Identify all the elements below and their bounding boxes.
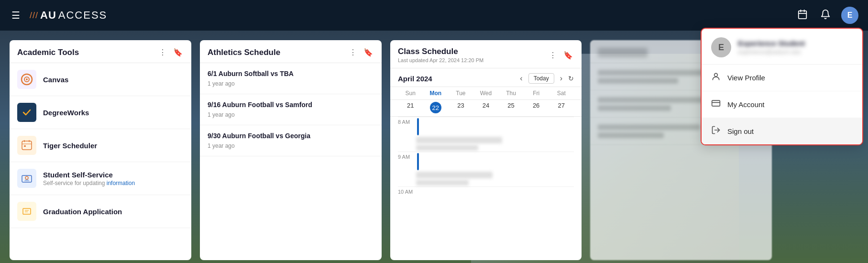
sign-out-item[interactable]: Sign out — [702, 118, 862, 144]
user-dropdown-menu: E Experience Student experience@auburn.e… — [701, 28, 863, 145]
class-schedule-card: Class Schedule Last updated Apr 22, 2024… — [390, 40, 582, 260]
calendar-icon-button[interactable] — [795, 7, 810, 24]
self-service-icon — [17, 169, 36, 188]
tool-item-degreeworks[interactable]: DegreeWorks — [10, 96, 191, 129]
athletics-time-1: 1 year ago — [208, 80, 374, 87]
event-bar-8am — [417, 118, 419, 135]
svg-rect-0 — [799, 11, 807, 18]
athletics-more-button[interactable]: ⋮ — [348, 47, 358, 58]
blur-line-3b — [598, 132, 664, 138]
self-service-desc: Self-service for updating information — [43, 180, 184, 186]
time-events-8am — [417, 117, 574, 152]
dropdown-avatar: E — [711, 37, 731, 57]
degreeworks-name: DegreeWorks — [43, 109, 184, 117]
my-account-item[interactable]: My Account — [702, 91, 862, 118]
dropdown-user-name: Experience Student — [738, 39, 853, 47]
tool-item-tiger-scheduler[interactable]: Tiger Scheduler — [10, 129, 191, 162]
my-account-icon — [711, 99, 721, 110]
day-numbers-row: 21 22 23 24 25 26 27 — [390, 100, 582, 117]
day-header-sat: Sat — [549, 90, 574, 97]
graduation-icon — [17, 202, 36, 221]
day-25[interactable]: 25 — [498, 102, 524, 113]
academic-tools-bookmark-button[interactable]: 🔖 — [172, 47, 184, 58]
view-profile-label: View Profile — [727, 74, 765, 82]
event-bar-9am — [417, 153, 419, 170]
view-profile-item[interactable]: View Profile — [702, 65, 862, 91]
class-schedule-subtitle: Last updated Apr 22, 2024 12:20 PM — [398, 57, 483, 63]
calendar-refresh-button[interactable]: ↻ — [568, 75, 574, 82]
tiger-scheduler-info: Tiger Scheduler — [43, 142, 184, 150]
header-right: E — [795, 7, 858, 24]
header-left: ☰ /// AU ACCESS — [10, 8, 795, 23]
time-events-9am — [417, 152, 574, 186]
degreeworks-icon — [17, 103, 36, 122]
logo-au: AU — [40, 9, 56, 22]
blur-line-2b — [598, 105, 671, 111]
class-schedule-header-info: Class Schedule Last updated Apr 22, 2024… — [398, 47, 483, 63]
blur-line-2a — [598, 97, 708, 103]
sign-out-label: Sign out — [727, 127, 754, 135]
academic-tools-title: Academic Tools — [17, 48, 79, 57]
calendar-next-button[interactable]: › — [558, 73, 564, 84]
athletics-item-2[interactable]: 9/16 Auburn Football vs Samford 1 year a… — [200, 94, 382, 125]
user-avatar-button[interactable]: E — [841, 7, 858, 24]
today-button[interactable]: Today — [528, 73, 554, 84]
class-schedule-header-icons: ⋮ 🔖 — [548, 50, 574, 61]
athletics-item-3[interactable]: 9/30 Auburn Football vs Georgia 1 year a… — [200, 125, 382, 156]
blur-line-1a — [598, 70, 715, 76]
athletics-bookmark-button[interactable]: 🔖 — [363, 47, 374, 58]
athletics-game-1: 6/1 Auburn Softball vs TBA — [208, 70, 374, 77]
class-schedule-bookmark-button[interactable]: 🔖 — [562, 50, 574, 61]
calendar-nav: April 2024 ‹ Today › ↻ — [390, 68, 582, 87]
athletics-schedule-card: Athletics Schedule ⋮ 🔖 6/1 Auburn Softba… — [200, 40, 382, 260]
day-26[interactable]: 26 — [524, 102, 549, 113]
tiger-scheduler-icon — [17, 136, 36, 155]
calendar-prev-button[interactable]: ‹ — [518, 73, 524, 84]
time-slot-10am: 10 AM — [398, 186, 574, 208]
tiger-scheduler-name: Tiger Scheduler — [43, 142, 184, 150]
logo-slashes: /// — [30, 11, 38, 21]
athletics-game-3: 9/30 Auburn Football vs Georgia — [208, 132, 374, 140]
self-service-name: Student Self-Service — [43, 171, 184, 179]
day-21[interactable]: 21 — [398, 102, 423, 113]
month-label: April 2024 — [398, 75, 514, 83]
degreeworks-info: DegreeWorks — [43, 109, 184, 117]
class-schedule-title: Class Schedule — [398, 47, 483, 56]
class-schedule-more-button[interactable]: ⋮ — [548, 50, 558, 61]
blur-line-3a — [598, 124, 700, 130]
event-blur-8am-2 — [416, 145, 478, 151]
dropdown-user-section: E Experience Student experience@auburn.e… — [702, 29, 862, 65]
svg-rect-21 — [712, 100, 720, 106]
athletics-header-icons: ⋮ 🔖 — [348, 47, 374, 58]
athletics-game-2: 9/16 Auburn Football vs Samford — [208, 101, 374, 109]
day-header-fri: Fri — [524, 90, 549, 97]
my-account-label: My Account — [727, 100, 765, 109]
hamburger-button[interactable]: ☰ — [10, 8, 22, 23]
athletics-time-3: 1 year ago — [208, 142, 374, 149]
bell-icon-button[interactable] — [818, 7, 833, 24]
day-22[interactable]: 22 — [423, 102, 449, 113]
day-24[interactable]: 24 — [473, 102, 499, 113]
time-slot-8am: 8 AM — [398, 117, 574, 152]
day-header-tue: Tue — [448, 90, 473, 97]
day-23[interactable]: 23 — [448, 102, 473, 113]
day-header-thu: Thu — [498, 90, 524, 97]
event-blur-9am-2 — [416, 180, 469, 186]
day-27[interactable]: 27 — [549, 102, 574, 113]
blur-line-1b — [598, 78, 678, 84]
day-header-mon: Mon — [423, 90, 449, 97]
athletics-item-1[interactable]: 6/1 Auburn Softball vs TBA 1 year ago — [200, 63, 382, 94]
time-grid: 8 AM 9 AM — [390, 117, 582, 260]
tool-item-graduation[interactable]: Graduation Application — [10, 195, 191, 228]
tool-item-canvas[interactable]: Canvas — [10, 63, 191, 96]
academic-tools-more-button[interactable]: ⋮ — [158, 47, 167, 58]
canvas-icon — [17, 70, 36, 89]
graduation-info: Graduation Application — [43, 208, 184, 216]
self-service-link[interactable]: information — [107, 180, 135, 186]
academic-tools-body: Canvas DegreeWorks Tiger Scheduler — [10, 63, 191, 260]
tool-item-self-service[interactable]: Student Self-Service Self-service for up… — [10, 162, 191, 195]
athletics-header: Athletics Schedule ⋮ 🔖 — [200, 40, 382, 63]
canvas-name: Canvas — [43, 76, 184, 84]
svg-rect-12 — [24, 145, 26, 147]
athletics-title: Athletics Schedule — [208, 48, 280, 57]
